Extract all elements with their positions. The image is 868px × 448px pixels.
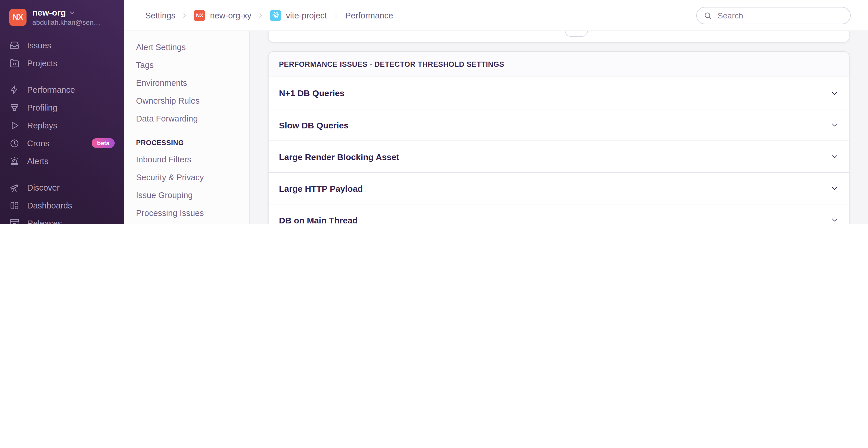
search-box[interactable] (696, 7, 851, 24)
breadcrumb-separator-icon (257, 12, 264, 19)
breadcrumb-performance[interactable]: Performance (345, 11, 393, 20)
detector-threshold-panel: PERFORMANCE ISSUES - DETECTOR THRESHOLD … (268, 51, 849, 224)
scrolled-control-edge (564, 31, 588, 37)
sidebar-item-label: Replays (27, 120, 57, 130)
detector-row-title: Large Render Blocking Asset (279, 152, 399, 162)
breadcrumb-settings[interactable]: Settings (145, 11, 176, 20)
detector-row-large-render-blocking-asset[interactable]: Large Render Blocking Asset (269, 140, 849, 172)
chevron-down-icon (831, 184, 839, 192)
settings-nav-label: Inbound Filters (136, 154, 191, 164)
scrolled-panel-edge (268, 31, 849, 43)
replays-icon (9, 120, 20, 130)
primary-sidebar: NX new-org abdullah.khan@sen… IssuesProj… (0, 0, 124, 224)
sidebar-item-crons[interactable]: Cronsbeta (0, 134, 124, 152)
chevron-down-icon (831, 121, 839, 129)
search-input[interactable] (716, 10, 843, 21)
discover-icon (9, 182, 20, 193)
sidebar-item-label: Issues (27, 41, 51, 50)
settings-nav-label: Data Forwarding (136, 114, 198, 123)
settings-sidebar: Alert SettingsTagsEnvironmentsOwnership … (124, 31, 250, 224)
sidebar-item-label: Releases (27, 218, 62, 224)
sidebar-item-label: Alerts (27, 156, 49, 166)
sidebar-item-replays[interactable]: Replays (0, 116, 124, 134)
org-name: new-org (32, 7, 66, 18)
sidebar-item-label: Projects (27, 59, 57, 68)
detector-row-title: Slow DB Queries (279, 120, 349, 130)
breadcrumb-label: Performance (345, 11, 393, 20)
sidebar-item-performance[interactable]: Performance (0, 81, 124, 99)
settings-nav-item-ownership-rules[interactable]: Ownership Rules (124, 92, 249, 109)
org-switcher[interactable]: NX new-org abdullah.khan@sen… (0, 0, 124, 32)
settings-nav-item-security-privacy[interactable]: Security & Privacy (124, 168, 249, 186)
sidebar-item-alerts[interactable]: Alerts (0, 152, 124, 170)
sidebar-item-discover[interactable]: Discover (0, 178, 124, 196)
sidebar-item-dashboards[interactable]: Dashboards (0, 196, 124, 214)
panel-header: PERFORMANCE ISSUES - DETECTOR THRESHOLD … (269, 52, 849, 77)
react-project-icon (270, 9, 281, 21)
detector-row-large-http-payload[interactable]: Large HTTP Payload (269, 172, 849, 204)
crons-icon (9, 138, 20, 148)
breadcrumb-separator-icon (181, 12, 188, 19)
detector-row-n-1-db-queries[interactable]: N+1 DB Queries (269, 77, 849, 109)
sidebar-item-label: Dashboards (27, 201, 72, 210)
settings-nav-item-debug-files[interactable]: Debug Files (124, 222, 249, 224)
search-icon (704, 11, 712, 19)
settings-nav-item-processing-issues[interactable]: Processing Issues (124, 204, 249, 222)
subnav-section-header: PROCESSING (124, 139, 249, 147)
org-avatar: NX (194, 9, 206, 21)
settings-nav-label: Alert Settings (136, 42, 186, 51)
detector-row-db-on-main-thread[interactable]: DB on Main Thread (269, 204, 849, 224)
org-email: abdullah.khan@sen… (32, 19, 100, 27)
settings-nav-label: Environments (136, 78, 187, 87)
detector-row-slow-db-queries[interactable]: Slow DB Queries (269, 109, 849, 140)
settings-nav-label: Tags (136, 60, 154, 69)
app-window: NX new-org abdullah.khan@sen… IssuesProj… (0, 0, 868, 224)
settings-nav-item-alert-settings[interactable]: Alert Settings (124, 38, 249, 56)
chevron-down-icon (831, 152, 839, 161)
org-meta: new-org abdullah.khan@sen… (32, 7, 100, 27)
chevron-down-icon (831, 89, 839, 97)
sidebar-item-label: Performance (27, 85, 75, 94)
settings-nav-label: Processing Issues (136, 208, 204, 217)
sidebar-item-releases[interactable]: Releases (0, 214, 124, 224)
settings-nav-item-issue-grouping[interactable]: Issue Grouping (124, 186, 249, 204)
org-avatar: NX (9, 8, 27, 26)
sidebar-item-label: Crons (27, 138, 49, 148)
topbar: SettingsNXnew-org-xyvite-projectPerforma… (124, 0, 868, 31)
settings-nav-label: Issue Grouping (136, 190, 193, 200)
sidebar-item-label: Profiling (27, 103, 57, 112)
settings-nav-item-environments[interactable]: Environments (124, 74, 249, 92)
settings-nav-label: Security & Privacy (136, 172, 204, 182)
settings-nav-item-data-forwarding[interactable]: Data Forwarding (124, 109, 249, 127)
sidebar-item-profiling[interactable]: Profiling (0, 99, 124, 116)
settings-nav-item-inbound-filters[interactable]: Inbound Filters (124, 150, 249, 168)
performance-icon (9, 84, 20, 95)
sidebar-item-projects[interactable]: Projects (0, 54, 124, 72)
settings-nav-item-tags[interactable]: Tags (124, 56, 249, 74)
breadcrumb-label: Settings (145, 11, 176, 20)
main-content: PERFORMANCE ISSUES - DETECTOR THRESHOLD … (250, 31, 868, 224)
profiling-icon (9, 102, 20, 112)
beta-badge: beta (92, 138, 115, 148)
dashboards-icon (9, 200, 20, 210)
chevron-down-icon (69, 10, 75, 15)
settings-nav-label: Ownership Rules (136, 96, 200, 105)
breadcrumb-label: vite-project (286, 11, 327, 20)
detector-row-title: Large HTTP Payload (279, 183, 363, 193)
alerts-icon (9, 156, 20, 166)
breadcrumb-vite-project[interactable]: vite-project (270, 9, 327, 21)
detector-row-title: N+1 DB Queries (279, 88, 345, 98)
breadcrumb: SettingsNXnew-org-xyvite-projectPerforma… (145, 9, 393, 21)
sidebar-item-label: Discover (27, 183, 60, 192)
detector-row-title: DB on Main Thread (279, 215, 358, 224)
issues-icon (9, 40, 20, 50)
primary-nav: IssuesProjectsPerformanceProfilingReplay… (0, 32, 124, 224)
breadcrumb-separator-icon (333, 12, 339, 19)
chevron-down-icon (831, 216, 839, 224)
projects-icon (9, 58, 20, 68)
breadcrumb-label: new-org-xy (210, 11, 251, 20)
releases-icon (9, 218, 20, 224)
sidebar-item-issues[interactable]: Issues (0, 36, 124, 54)
breadcrumb-new-org-xy[interactable]: NXnew-org-xy (194, 9, 251, 21)
